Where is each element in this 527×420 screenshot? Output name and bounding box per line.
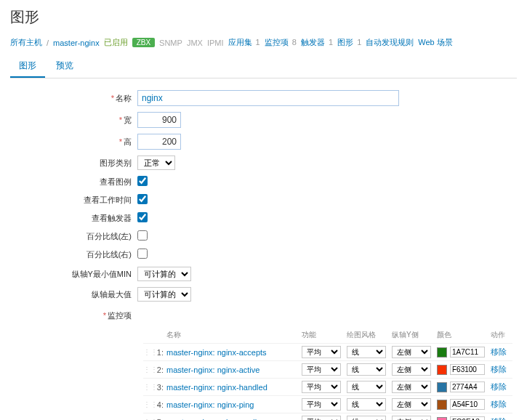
func-select[interactable]: 平均 — [302, 363, 341, 376]
color-swatch[interactable] — [437, 400, 447, 410]
remove-link[interactable]: 移除 — [491, 347, 507, 356]
showlegend-checkbox[interactable] — [137, 176, 148, 186]
items-header-color: 颜色 — [437, 330, 491, 340]
height-label: 高 — [124, 137, 132, 146]
color-swatch[interactable] — [437, 417, 447, 421]
color-swatch[interactable] — [437, 365, 447, 375]
tab-preview[interactable]: 预览 — [47, 55, 82, 76]
color-input[interactable] — [450, 416, 485, 420]
percent-right-label: 百分比线(右) — [10, 249, 137, 260]
row-index: 5: — [155, 418, 166, 421]
zbx-badge: ZBX — [132, 38, 155, 47]
color-input[interactable] — [450, 399, 485, 410]
item-link[interactable]: master-nginx: nginx-active — [166, 366, 260, 374]
breadcrumb-triggers[interactable]: 触发器 — [301, 38, 325, 47]
remove-link[interactable]: 移除 — [491, 365, 507, 373]
side-select[interactable]: 左侧 — [392, 346, 431, 358]
func-select[interactable]: 平均 — [302, 398, 341, 411]
percent-left-label: 百分比线(左) — [10, 231, 137, 242]
drag-handle-icon[interactable]: ⋮⋮ — [143, 400, 155, 408]
table-row: ⋮⋮4:master-nginx: nginx-ping平均线左侧移除 — [143, 395, 512, 413]
item-link[interactable]: master-nginx: nginx-accepts — [166, 348, 267, 357]
ymin-label: 纵轴Y最小值MIN — [10, 269, 137, 280]
row-index: 4: — [155, 400, 166, 409]
snmp-badge: SNMP — [159, 39, 182, 47]
jmx-badge: JMX — [187, 39, 203, 47]
items-header-name: 名称 — [166, 330, 302, 340]
showworktime-label: 查看工作时间 — [10, 195, 137, 206]
percent-right-checkbox[interactable] — [137, 249, 148, 259]
triggers-count: 1 — [329, 38, 333, 47]
side-select[interactable]: 左侧 — [392, 416, 431, 420]
ymax-label: 纵轴最大值 — [10, 289, 137, 300]
color-swatch[interactable] — [437, 382, 447, 392]
breadcrumb: 所有主机 / master-nginx 已启用 ZBX SNMP JMX IPM… — [10, 37, 517, 48]
color-input[interactable] — [450, 364, 485, 375]
remove-link[interactable]: 移除 — [491, 400, 507, 408]
height-input[interactable] — [137, 134, 181, 150]
ymin-select[interactable]: 可计算的 — [137, 267, 191, 281]
breadcrumb-items[interactable]: 监控项 — [265, 38, 289, 47]
breadcrumb-apps[interactable]: 应用集 — [228, 38, 252, 47]
color-input[interactable] — [450, 381, 485, 392]
row-index: 1: — [155, 348, 166, 357]
style-select[interactable]: 线 — [347, 346, 386, 358]
side-select[interactable]: 左侧 — [392, 381, 431, 393]
style-select[interactable]: 线 — [347, 398, 386, 411]
name-label: 名称 — [116, 94, 132, 102]
breadcrumb-host[interactable]: master-nginx — [53, 39, 100, 47]
color-swatch[interactable] — [437, 347, 447, 358]
graphs-count: 1 — [357, 38, 361, 47]
enabled-badge: 已启用 — [104, 37, 128, 48]
item-link[interactable]: master-nginx: nginx-ping — [166, 400, 254, 409]
row-index: 3: — [155, 383, 166, 392]
items-header-func: 功能 — [302, 330, 347, 340]
side-select[interactable]: 左侧 — [392, 398, 431, 411]
items-count: 8 — [292, 38, 297, 47]
items-header-action: 动作 — [491, 330, 512, 340]
table-row: ⋮⋮3:master-nginx: nginx-handled平均线左侧移除 — [143, 378, 512, 395]
apps-count: 1 — [256, 38, 260, 47]
table-row: ⋮⋮1:master-nginx: nginx-accepts平均线左侧移除 — [143, 343, 512, 360]
style-select[interactable]: 线 — [347, 381, 386, 393]
items-header-side: 纵轴Y侧 — [392, 330, 437, 340]
table-row: ⋮⋮5:master-nginx: nginx-reading平均线左侧移除 — [143, 413, 512, 420]
func-select[interactable]: 平均 — [302, 346, 341, 358]
item-link[interactable]: master-nginx: nginx-handled — [166, 383, 267, 392]
breadcrumb-sep: / — [47, 39, 49, 47]
width-input[interactable] — [137, 112, 181, 128]
showtriggers-label: 查看触发器 — [10, 213, 137, 224]
breadcrumb-web[interactable]: Web 场景 — [418, 37, 452, 48]
graphtype-label: 图形类别 — [10, 158, 137, 169]
graph-form: *名称 *宽 *高 图形类别 正常 查看图例 查看工作时间 查看触发器 — [10, 90, 517, 420]
breadcrumb-discovery[interactable]: 自动发现规则 — [366, 37, 414, 48]
func-select[interactable]: 平均 — [302, 381, 341, 393]
items-header-style: 绘图风格 — [347, 330, 392, 340]
drag-handle-icon[interactable]: ⋮⋮ — [143, 383, 155, 391]
remove-link[interactable]: 移除 — [491, 382, 507, 391]
breadcrumb-graphs[interactable]: 图形 — [337, 38, 353, 47]
row-index: 2: — [155, 366, 166, 374]
color-input[interactable] — [450, 347, 485, 358]
breadcrumb-all-hosts[interactable]: 所有主机 — [10, 37, 42, 48]
style-select[interactable]: 线 — [347, 416, 386, 420]
drag-handle-icon[interactable]: ⋮⋮ — [143, 348, 155, 356]
remove-link[interactable]: 移除 — [491, 417, 507, 420]
width-label: 宽 — [124, 116, 132, 124]
table-row: ⋮⋮2:master-nginx: nginx-active平均线左侧移除 — [143, 360, 512, 378]
showtriggers-checkbox[interactable] — [137, 212, 148, 222]
item-link[interactable]: master-nginx: nginx-reading — [166, 418, 265, 421]
page-title: 图形 — [10, 7, 517, 27]
func-select[interactable]: 平均 — [302, 416, 341, 420]
items-table: 名称 功能 绘图风格 纵轴Y侧 颜色 动作 ⋮⋮1:master-nginx: … — [143, 327, 512, 420]
graphtype-select[interactable]: 正常 — [137, 156, 175, 170]
ipmi-badge: IPMI — [207, 39, 224, 47]
style-select[interactable]: 线 — [347, 363, 386, 376]
side-select[interactable]: 左侧 — [392, 363, 431, 376]
showworktime-checkbox[interactable] — [137, 194, 148, 204]
percent-left-checkbox[interactable] — [137, 230, 148, 241]
ymax-select[interactable]: 可计算的 — [137, 287, 191, 302]
drag-handle-icon[interactable]: ⋮⋮ — [143, 366, 155, 373]
tab-graph[interactable]: 图形 — [10, 55, 45, 78]
name-input[interactable] — [137, 90, 399, 106]
